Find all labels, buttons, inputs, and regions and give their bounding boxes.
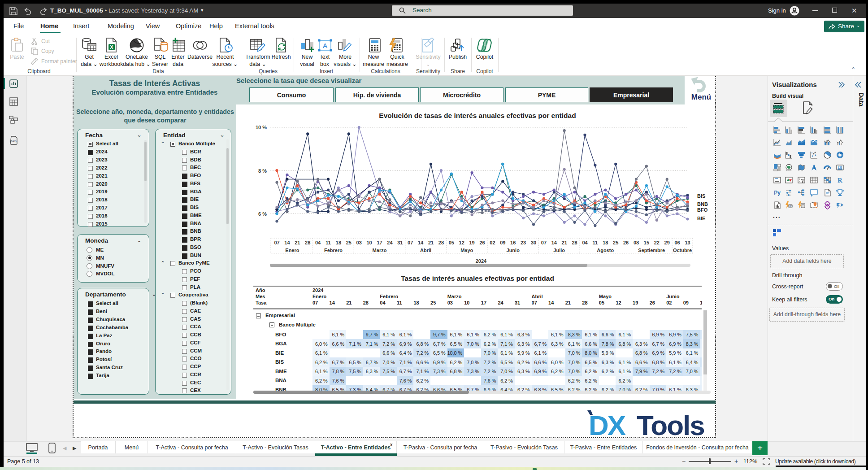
svg-text:09: 09 [500, 240, 505, 245]
svg-text:BNB: BNB [697, 201, 708, 207]
svg-text:Tools: Tools [637, 410, 704, 439]
svg-text:25: 25 [346, 240, 352, 245]
svg-text:11: 11 [326, 240, 331, 245]
svg-text:05: 05 [449, 240, 454, 245]
svg-text:29: 29 [664, 240, 670, 245]
svg-text:11: 11 [593, 240, 598, 245]
svg-text:07: 07 [274, 240, 279, 245]
svg-text:Marzo: Marzo [373, 248, 387, 253]
svg-text:03: 03 [356, 240, 362, 245]
svg-text:DX: DX [589, 410, 626, 439]
svg-text:BFO: BFO [697, 207, 708, 213]
svg-text:Mayo: Mayo [460, 248, 473, 253]
svg-text:13: 13 [685, 240, 690, 245]
svg-text:02: 02 [490, 240, 495, 245]
svg-text:17: 17 [377, 240, 382, 245]
svg-text:07: 07 [408, 240, 413, 245]
svg-text:Py: Py [774, 190, 781, 196]
svg-text:24: 24 [387, 240, 393, 245]
svg-text:14: 14 [418, 240, 424, 245]
svg-text:Octubre: Octubre [673, 248, 692, 253]
svg-text:123: 123 [789, 205, 793, 208]
svg-text:BIE: BIE [697, 216, 705, 221]
svg-text:23: 23 [521, 240, 526, 245]
svg-text:123: 123 [838, 166, 842, 169]
svg-text:22: 22 [654, 240, 660, 245]
svg-text:8 %: 8 % [258, 168, 267, 174]
svg-text:A: A [323, 42, 327, 49]
svg-text:30: 30 [531, 240, 536, 245]
svg-text:21: 21 [562, 240, 567, 245]
svg-text:R: R [838, 177, 842, 184]
svg-text:08: 08 [634, 240, 639, 245]
svg-text:28: 28 [305, 240, 310, 245]
svg-text:10 %: 10 % [256, 125, 267, 130]
svg-text:BIS: BIS [697, 193, 705, 199]
svg-text:X: X [110, 44, 113, 50]
svg-text:18: 18 [603, 240, 608, 245]
svg-text:DAX): DAX) [11, 140, 17, 143]
svg-text:31: 31 [397, 240, 403, 245]
svg-text:Agosto: Agosto [597, 248, 614, 253]
svg-text:25: 25 [613, 240, 618, 245]
svg-text:10: 10 [366, 240, 372, 245]
svg-text:15: 15 [644, 240, 649, 245]
svg-text:6 %: 6 % [258, 211, 267, 217]
svg-text:07: 07 [541, 240, 547, 245]
svg-text:Septiembre: Septiembre [638, 248, 665, 253]
svg-text:28: 28 [572, 240, 577, 245]
svg-text:Junio: Junio [507, 248, 520, 253]
svg-text:2024: 2024 [476, 258, 487, 264]
svg-text:28: 28 [438, 240, 444, 245]
svg-text:16: 16 [510, 240, 516, 245]
svg-text:14: 14 [551, 240, 557, 245]
svg-text:04: 04 [315, 240, 321, 245]
svg-text:26: 26 [623, 240, 629, 245]
svg-text:21: 21 [428, 240, 434, 245]
svg-text:18: 18 [336, 240, 341, 245]
svg-text:12: 12 [459, 240, 464, 245]
svg-text:04: 04 [582, 240, 588, 245]
svg-text:Julio: Julio [553, 248, 565, 253]
svg-text:Abril: Abril [420, 248, 431, 253]
svg-text:06: 06 [674, 240, 680, 245]
svg-text:14: 14 [284, 240, 290, 245]
svg-text:Evolución de tasas de interés: Evolución de tasas de interés anuales ef… [379, 112, 576, 119]
svg-text:21: 21 [295, 240, 300, 245]
svg-text:Febrero: Febrero [324, 248, 343, 253]
svg-text:Enero: Enero [285, 248, 299, 253]
svg-text:19: 19 [469, 240, 474, 245]
svg-text:26: 26 [479, 240, 485, 245]
